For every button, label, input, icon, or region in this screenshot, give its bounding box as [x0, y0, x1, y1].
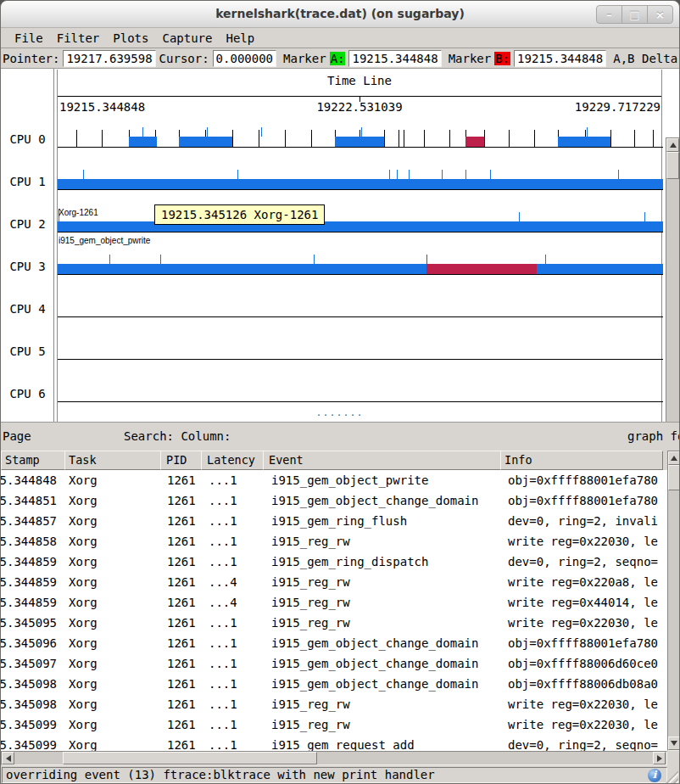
event-tick[interactable] [545, 255, 546, 264]
timeline-graph-panel[interactable]: CPU 0CPU 1CPU 2CPU 3CPU 4CPU 5CPU 6 Time… [1, 69, 680, 423]
task-run-bar[interactable] [58, 179, 663, 189]
info-icon[interactable]: i [648, 769, 661, 782]
graph-scroll-thumb[interactable] [666, 152, 679, 179]
task-run-bar[interactable] [426, 264, 537, 274]
event-tick[interactable] [653, 130, 654, 147]
table-row[interactable]: 19215.344859Xorg1261...1i915_gem_ring_di… [1, 552, 667, 572]
event-tick[interactable] [484, 130, 485, 147]
event-tick[interactable] [644, 212, 645, 221]
table-cell: dev=0, ring=2, invali [504, 511, 667, 531]
event-tick[interactable] [490, 170, 491, 179]
table-row[interactable]: 19215.345098Xorg1261...1i915_reg_rwwrite… [1, 694, 667, 714]
event-tick[interactable] [426, 255, 427, 264]
page-label: Page [3, 429, 31, 443]
table-hscroll-thumb[interactable] [63, 752, 317, 764]
task-run-bar[interactable] [335, 137, 384, 147]
marker-a-badge[interactable]: A: [330, 52, 346, 65]
event-tick[interactable] [361, 127, 362, 137]
event-table[interactable]: 19215.344848Xorg1261...1i915_gem_object_… [1, 470, 667, 751]
event-tick[interactable] [397, 170, 398, 179]
column-header-info[interactable]: Info [500, 451, 663, 470]
event-tick[interactable] [285, 130, 286, 147]
splitter-handle[interactable]: ······· [316, 411, 364, 420]
event-tick[interactable] [384, 130, 385, 147]
table-scroll-right-button[interactable] [653, 752, 666, 764]
table-horizontal-scrollbar[interactable] [1, 751, 667, 765]
maximize-button[interactable]: □ [621, 5, 648, 24]
menu-item-plots[interactable]: Plots [106, 30, 155, 47]
event-tick[interactable] [311, 130, 312, 147]
table-row[interactable]: 19215.345096Xorg1261...1i915_gem_object_… [1, 633, 667, 653]
table-cell: ...1 [203, 490, 266, 511]
event-tick[interactable] [237, 170, 238, 179]
table-scroll-left-button[interactable] [2, 752, 14, 764]
table-cell: 1261 [162, 511, 203, 531]
table-row[interactable]: 19215.345097Xorg1261...1i915_gem_object_… [1, 653, 667, 674]
event-tick[interactable] [389, 170, 390, 179]
table-cell: Xorg [65, 735, 162, 751]
column-header-task[interactable]: Task [64, 451, 161, 470]
event-tick[interactable] [207, 127, 208, 137]
table-row[interactable]: 19215.344858Xorg1261...1i915_reg_rwwrite… [1, 531, 667, 552]
table-row[interactable]: 19215.345099Xorg1261...1i915_reg_rwwrite… [1, 714, 667, 735]
table-scroll-down-button[interactable] [668, 736, 680, 750]
event-tick[interactable] [534, 130, 535, 147]
event-tick[interactable] [449, 130, 450, 147]
event-tick[interactable] [634, 130, 635, 147]
event-tick[interactable] [610, 130, 611, 147]
task-run-bar[interactable] [558, 137, 610, 147]
menu-item-filter[interactable]: Filter [50, 30, 107, 47]
event-tick[interactable] [142, 127, 143, 137]
event-tick[interactable] [509, 130, 510, 147]
event-tick[interactable] [259, 130, 259, 147]
marker-info-bar: Pointer: 19217.639598 Cursor: 0.000000 M… [1, 48, 679, 69]
graph-scroll-up-button[interactable] [666, 138, 679, 152]
task-run-bar[interactable] [179, 137, 232, 147]
event-tick[interactable] [232, 130, 233, 147]
timeline-plot-area[interactable]: Time Line 19215.344848 19222.531039 1922… [57, 70, 662, 422]
table-row[interactable]: 19215.345098Xorg1261...1i915_gem_object_… [1, 674, 667, 694]
table-scroll-up-button[interactable] [668, 451, 680, 465]
table-row[interactable]: 19215.344859Xorg1261...4i915_reg_rwwrite… [1, 592, 667, 613]
event-tick[interactable] [261, 127, 262, 137]
table-row[interactable]: 19215.345099Xorg1261...1i915_gem_request… [1, 735, 667, 751]
marker-b-badge[interactable]: B: [494, 52, 510, 65]
title-bar[interactable]: kernelshark(trace.dat) (on sugarbay) – □… [1, 1, 679, 28]
task-run-bar[interactable] [58, 264, 663, 274]
event-tick[interactable] [465, 170, 466, 179]
event-tick[interactable] [618, 170, 619, 179]
menu-item-capture[interactable]: Capture [155, 30, 219, 47]
minimize-button[interactable]: – [596, 5, 622, 24]
close-button[interactable]: × [647, 5, 673, 24]
event-tick[interactable] [519, 212, 520, 221]
table-row[interactable]: 19215.344859Xorg1261...4i915_reg_rwwrite… [1, 572, 667, 592]
up-arrow-icon [670, 139, 677, 148]
event-tick[interactable] [83, 170, 84, 179]
menu-item-file[interactable]: File [8, 30, 50, 47]
task-run-bar[interactable] [129, 137, 157, 147]
table-row[interactable]: 19215.344848Xorg1261...1i915_gem_object_… [1, 470, 667, 490]
event-tick[interactable] [424, 130, 425, 147]
event-tick[interactable] [442, 170, 443, 179]
column-header-stamp[interactable]: Stamp [1, 451, 65, 470]
event-tick[interactable] [399, 130, 399, 147]
table-vertical-scrollbar[interactable] [667, 451, 680, 751]
event-tick[interactable] [76, 130, 77, 147]
column-header-pid[interactable]: PID [160, 451, 202, 470]
menu-item-help[interactable]: Help [219, 30, 261, 47]
task-run-bar[interactable] [465, 137, 484, 147]
table-row[interactable]: 19215.344857Xorg1261...1i915_gem_ring_fl… [1, 511, 667, 531]
table-scroll-thumb[interactable] [668, 465, 680, 490]
event-tick[interactable] [314, 255, 315, 264]
event-tick[interactable] [102, 130, 103, 147]
event-tick[interactable] [404, 130, 404, 147]
table-row[interactable]: 19215.345095Xorg1261...1i915_reg_rwwrite… [1, 613, 667, 633]
event-tick[interactable] [587, 127, 588, 137]
event-tick[interactable] [160, 255, 161, 264]
event-tick[interactable] [409, 170, 410, 179]
column-header-event[interactable]: Event [263, 451, 501, 470]
graph-vertical-scrollbar[interactable] [666, 137, 680, 423]
column-header-latency[interactable]: Latency [201, 451, 264, 470]
table-row[interactable]: 19215.344851Xorg1261...1i915_gem_object_… [1, 490, 667, 511]
table-cell: 1261 [162, 592, 203, 613]
